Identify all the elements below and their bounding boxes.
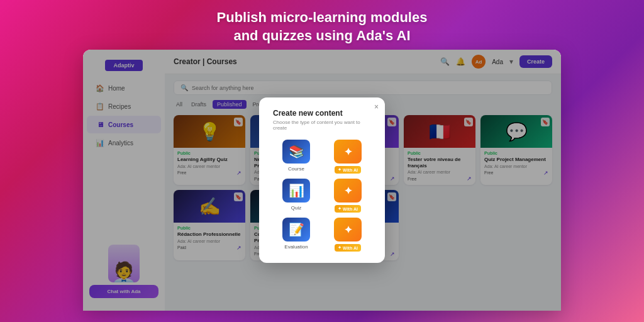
course-option-label: Course <box>288 166 304 172</box>
eval-option-label: Evaluation <box>284 244 308 250</box>
hero-title: Publish micro-learning modules and quizz… <box>217 0 428 50</box>
create-content-modal: × Create new content Choose the type of … <box>259 97 385 263</box>
modal-option-course[interactable]: 📚 Course <box>273 140 319 174</box>
quiz-ai-option-icon: ✦ <box>334 179 362 203</box>
modal-option-eval-ai[interactable]: ✦ ✦ With AI <box>325 218 371 252</box>
modal-overlay[interactable]: × Create new content Choose the type of … <box>83 50 561 311</box>
course-ai-option-icon: ✦ <box>334 140 362 164</box>
quiz-option-icon: 📊 <box>282 179 310 203</box>
hero-title-line1: Publish micro-learning modules <box>217 9 428 27</box>
quiz-option-label: Quiz <box>291 205 301 211</box>
course-ai-label: ✦ With AI <box>335 166 361 174</box>
eval-ai-option-icon: ✦ <box>334 218 362 242</box>
modal-option-quiz[interactable]: 📊 Quiz <box>273 179 319 213</box>
modal-option-quiz-ai[interactable]: ✦ ✦ With AI <box>325 179 371 213</box>
modal-option-course-ai[interactable]: ✦ ✦ With AI <box>325 140 371 174</box>
modal-subtitle: Choose the type of content you want to c… <box>273 119 371 131</box>
hero-title-line2: and quizzes using Ada's AI <box>217 27 428 45</box>
modal-option-eval[interactable]: 📝 Evaluation <box>273 218 319 252</box>
eval-option-icon: 📝 <box>282 218 310 242</box>
course-option-icon: 📚 <box>282 140 310 164</box>
modal-close-button[interactable]: × <box>374 103 379 111</box>
app-container: Adaptiv 🏠 Home 📋 Recipes 🖥 Courses 📊 Ana… <box>83 50 561 311</box>
modal-title: Create new content <box>273 109 371 118</box>
eval-ai-label: ✦ With AI <box>335 244 361 252</box>
quiz-ai-label: ✦ With AI <box>335 205 361 213</box>
modal-options: 📚 Course ✦ ✦ With AI <box>273 140 371 252</box>
